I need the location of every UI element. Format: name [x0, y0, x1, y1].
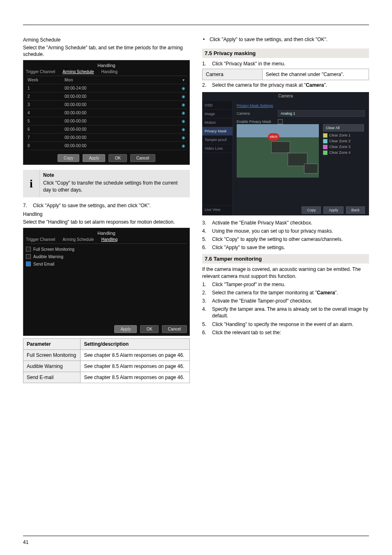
handling-option-row[interactable]: Send Email [26, 260, 187, 268]
apply-button-3[interactable]: Apply [323, 206, 344, 214]
chevron-down-icon[interactable]: ▾ [180, 78, 187, 82]
tamper-step3-num: 3. [202, 298, 208, 304]
schedule-row[interactable]: 200:00-00:00◉ [26, 92, 187, 101]
camera-field-value[interactable]: Analog 1 [278, 110, 365, 117]
tamper-monitoring-heading: 7.6 Tamper monitoring [202, 254, 369, 264]
tamper-para: If the camera image is covered, an acous… [202, 266, 369, 279]
checkbox[interactable] [26, 254, 31, 259]
sidebar-item-osd[interactable]: OSD [202, 101, 233, 110]
tamper-step3-text: Activate the "Enable Tamper-proof" check… [212, 298, 312, 304]
tab-arming-schedule[interactable]: Arming Schedule [62, 69, 94, 74]
checkbox[interactable] [26, 261, 31, 266]
sidebar-item-live-view[interactable]: Live View [202, 205, 233, 214]
schedule-row[interactable]: 100:00-24:00◉ [26, 84, 187, 92]
priv-step2-num: 2. [202, 82, 208, 88]
priv-step3-text: Activate the "Enable Privacy Mask" check… [212, 220, 312, 226]
sidebar-item-privacy-mask[interactable]: Privacy Mask [202, 127, 233, 136]
privacy-masking-heading: 7.5 Privacy masking [202, 49, 369, 58]
priv-step4-num: 4. [202, 228, 208, 234]
arming-schedule-para: Select the "Arming Schedule" tab, and se… [23, 44, 190, 58]
clock-icon[interactable]: ◉ [180, 94, 187, 99]
clear-zone-3[interactable]: Clear Zone 3 [329, 145, 350, 149]
clock-icon[interactable]: ◉ [180, 143, 187, 148]
tamper-step1-num: 1. [202, 281, 208, 288]
priv-step5-text: Click "Copy" to apply the setting to oth… [212, 236, 343, 243]
clock-icon[interactable]: ◉ [180, 102, 187, 107]
clock-icon[interactable]: ◉ [180, 111, 187, 115]
camera-privacy-figure: Camera OSD Image Motion Privacy Mask Tam… [202, 92, 369, 215]
apply-button[interactable]: Apply [83, 154, 105, 162]
mask-zone-1[interactable] [271, 141, 290, 153]
schedule-row[interactable]: 800:00-00:00◉ [26, 142, 187, 150]
ok-button[interactable]: OK [108, 154, 127, 162]
tamper-step6-text: Click the relevant tab to set the: [212, 329, 281, 336]
tab-handling-2[interactable]: Handling [101, 237, 118, 242]
tamper-step2-text: Select the camera for the tamper monitor… [212, 289, 338, 296]
right-bullet-text: Click "Apply" to save the settings, and … [210, 36, 327, 43]
cancel-button-2[interactable]: Cancel [162, 325, 187, 333]
table-row: Send E-mailSee chapter 8.5 Alarm respons… [23, 372, 190, 383]
priv-step6-num: 6. [202, 244, 208, 251]
table-header-desc: Setting/description [81, 339, 190, 350]
camera-dropdown-note: Select the channel under "Camera". [262, 69, 369, 80]
clear-zone-4[interactable]: Clear Zone 4 [329, 150, 350, 155]
sidebar-item-image[interactable]: Image [202, 110, 233, 118]
tab-handling[interactable]: Handling [101, 69, 118, 74]
fig2-title: Handling [26, 231, 187, 237]
preview-area[interactable]: ABUS [237, 124, 319, 178]
note-title: Note [43, 172, 187, 178]
clock-icon[interactable]: ◉ [180, 86, 187, 90]
table-row: Audible WarningSee chapter 8.5 Alarm res… [23, 361, 190, 372]
checkbox[interactable] [26, 247, 31, 252]
table-row: Full Screen MonitoringSee chapter 8.5 Al… [23, 350, 190, 361]
cancel-button[interactable]: Cancel [130, 154, 155, 162]
note-box: i Note Click "Copy" to transfer the sche… [23, 170, 190, 197]
mask-zone-3[interactable] [304, 164, 318, 173]
tamper-step4-text: Specify the tamper area. The area is alr… [212, 306, 369, 319]
handling-label: Handling [23, 211, 190, 217]
clear-all-button[interactable]: Clear All [323, 124, 364, 132]
ok-button-2[interactable]: OK [140, 325, 158, 333]
copy-button-3[interactable]: Copy [302, 206, 321, 214]
handling-parameters-table: ParameterSetting/descriptionFull Screen … [23, 338, 190, 383]
schedule-row[interactable]: 500:00-00:00◉ [26, 117, 187, 125]
sidebar-item-tamper-proof[interactable]: Tamper-proof [202, 136, 233, 144]
sidebar-item-video-loss[interactable]: Video Loss [202, 144, 233, 153]
tab-trigger-channel[interactable]: Trigger Channel [26, 69, 55, 74]
priv-step4-text: Using the mouse, you can set up to four … [212, 228, 333, 234]
camera-dropdown-table: Camera Select the channel under "Camera"… [202, 69, 369, 80]
sidebar-item-motion[interactable]: Motion [202, 118, 233, 127]
back-button[interactable]: Back [346, 206, 365, 214]
handling-option-label: Send Email [33, 262, 54, 266]
tamper-step4-num: 4. [202, 306, 208, 319]
handling-option-row[interactable]: Audible Warning [26, 253, 187, 260]
copy-button[interactable]: Copy [58, 154, 79, 162]
schedule-row[interactable]: 600:00-00:00◉ [26, 125, 187, 134]
enable-privacy-checkbox[interactable] [278, 119, 283, 124]
abus-logo: ABUS [268, 133, 279, 141]
clock-icon[interactable]: ◉ [180, 119, 187, 123]
schedule-row[interactable]: 700:00-00:00◉ [26, 134, 187, 142]
table-header-param: Parameter [23, 339, 81, 350]
handling-option-label: Full Screen Monitoring [33, 247, 74, 252]
tamper-step1-text: Click "Tamper-proof" in the menu. [212, 281, 286, 288]
priv-step3-num: 3. [202, 220, 208, 226]
tamper-step5-text: Click "Handling" to specify the response… [212, 321, 353, 328]
priv-step6-text: Click "Apply" to save the settings. [212, 244, 285, 251]
fig1-title: Handling [26, 63, 187, 69]
handling-option-label: Audible Warning [33, 254, 63, 259]
clock-icon[interactable]: ◉ [180, 127, 187, 132]
handling-option-row[interactable]: Full Screen Monitoring [26, 245, 187, 253]
camera-field-label: Camera [237, 111, 278, 116]
tab-arming-schedule-2[interactable]: Arming Schedule [62, 237, 94, 242]
tamper-step2-num: 2. [202, 289, 208, 296]
schedule-row[interactable]: 300:00-00:00◉ [26, 101, 187, 109]
privacy-mask-settings-link[interactable]: Privacy Mask Settings [237, 104, 365, 108]
clear-zone-1[interactable]: Clear Zone 1 [329, 133, 350, 137]
priv-step1-num: 1. [202, 60, 208, 67]
clock-icon[interactable]: ◉ [180, 135, 187, 140]
clear-zone-2[interactable]: Clear Zone 2 [329, 139, 350, 143]
tab-trigger-channel-2[interactable]: Trigger Channel [26, 237, 55, 242]
apply-button-2[interactable]: Apply [114, 325, 137, 333]
schedule-row[interactable]: 400:00-00:00◉ [26, 109, 187, 117]
